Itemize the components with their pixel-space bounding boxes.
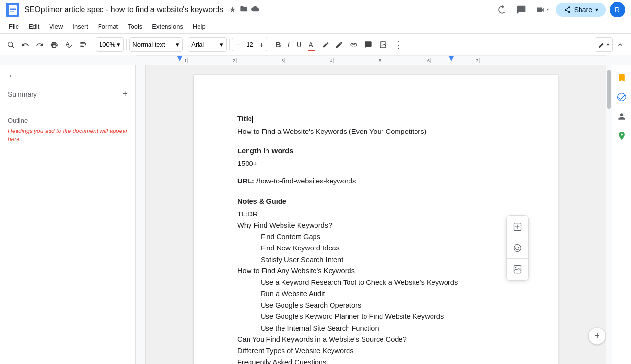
float-add-btn[interactable]	[507, 216, 528, 237]
pen-btn[interactable]	[332, 37, 346, 52]
paint-format-btn[interactable]	[77, 37, 90, 52]
menu-help[interactable]: Help	[188, 21, 211, 32]
image-btn[interactable]	[376, 37, 390, 52]
rs-map-btn[interactable]	[613, 127, 631, 145]
summary-section: Summary +	[8, 89, 128, 109]
outline-hint: Headings you add to the document will ap…	[8, 127, 128, 144]
outline-item: Use a Keyword Research Tool to Check a W…	[237, 277, 514, 288]
svg-point-5	[8, 42, 13, 46]
svg-point-28	[514, 244, 521, 251]
scrollbar-thumb[interactable]	[607, 70, 611, 109]
underline-btn[interactable]: U	[294, 37, 305, 52]
doc-notes-heading: Notes & Guide	[237, 196, 514, 207]
outline-item: Use Google's Keyword Planner to Find Web…	[237, 311, 514, 322]
search-btn[interactable]	[4, 37, 17, 52]
svg-text:1: 1	[184, 58, 187, 63]
svg-rect-1	[9, 5, 17, 15]
svg-marker-24	[449, 56, 454, 61]
separator-1	[93, 39, 93, 50]
outline-item: Satisfy User Search Intent	[237, 254, 514, 265]
rs-bookmark-btn[interactable]	[613, 69, 631, 86]
highlight-btn[interactable]	[318, 37, 332, 52]
print-btn[interactable]	[48, 37, 61, 52]
outline-item: Why Find Website Keywords?	[237, 220, 514, 231]
collapse-sidebar-btn[interactable]	[614, 37, 627, 52]
font-size-value[interactable]: 12	[243, 41, 256, 48]
float-toolbar	[506, 215, 529, 281]
svg-text:5: 5	[379, 58, 381, 63]
pen-mode-btn[interactable]: ▾	[595, 37, 613, 52]
outline-section: Outline Headings you add to the document…	[8, 117, 128, 144]
style-select[interactable]: Normal text ▾	[129, 37, 183, 52]
redo-btn[interactable]	[33, 37, 47, 52]
menu-extensions[interactable]: Extensions	[147, 21, 188, 32]
link-btn[interactable]	[347, 37, 361, 52]
menu-insert[interactable]: Insert	[67, 21, 93, 32]
docs-icon	[6, 3, 19, 17]
doc-title-value: How to Find a Website's Keywords (Even Y…	[237, 126, 514, 137]
bold-btn[interactable]: B	[273, 37, 284, 52]
outline-label: Outline	[8, 117, 128, 124]
outline-item: How to Find Any Website's Keywords	[237, 265, 514, 277]
doc-title-row: Title	[237, 114, 514, 124]
summary-label: Summary	[8, 90, 37, 98]
more-btn[interactable]: ⋮	[391, 37, 405, 52]
meet-btn[interactable]: ▾	[533, 2, 552, 17]
add-icon: +	[594, 331, 600, 342]
comment-btn[interactable]	[362, 37, 375, 52]
v-scrollbar[interactable]	[606, 65, 612, 364]
float-emoji-btn[interactable]	[507, 237, 528, 259]
italic-btn[interactable]: I	[285, 37, 293, 52]
separator-2	[126, 39, 127, 50]
doc-title-label: Title	[237, 115, 253, 123]
share-button[interactable]: Share ▾	[556, 3, 606, 17]
history-btn[interactable]	[494, 2, 510, 17]
menu-file[interactable]: File	[4, 21, 24, 32]
font-size-decrease[interactable]: −	[232, 38, 243, 51]
summary-add-btn[interactable]: +	[122, 89, 128, 99]
outline-item: Different Types of Website Keywords	[237, 346, 514, 357]
svg-rect-3	[10, 9, 16, 10]
doc-url-line: URL: /how-to-find-websites-keywords	[237, 176, 514, 186]
outline-item: Can You Find Keywords in a Website's Sou…	[237, 334, 514, 345]
menu-view[interactable]: View	[44, 21, 67, 32]
menu-tools[interactable]: Tools	[123, 21, 147, 32]
outline-item: Find New Keyword Ideas	[237, 243, 514, 254]
menu-format[interactable]: Format	[93, 21, 123, 32]
spell-check-btn[interactable]	[62, 37, 76, 52]
svg-text:4: 4	[330, 58, 332, 63]
folder-icon[interactable]	[240, 5, 248, 14]
sidebar-back-btn[interactable]: ←	[8, 71, 128, 81]
ruler-left-pad	[0, 55, 136, 65]
star-icon[interactable]: ★	[229, 5, 236, 14]
separator-5	[270, 39, 270, 50]
document-page[interactable]: Title How to Find a Website's Keywords (…	[194, 75, 558, 364]
menu-bar: File Edit View Insert Format Tools Exten…	[0, 19, 631, 34]
svg-point-30	[518, 247, 519, 248]
comments-btn[interactable]	[514, 2, 529, 17]
svg-marker-23	[177, 56, 182, 61]
svg-point-7	[382, 43, 382, 44]
font-select[interactable]: Arial ▾	[188, 37, 227, 52]
add-floating-btn[interactable]: +	[588, 327, 606, 345]
share-chevron[interactable]: ▾	[595, 6, 598, 13]
separator-3	[185, 39, 185, 50]
doc-container: Title How to Find a Website's Keywords (…	[146, 65, 606, 364]
ruler-content: 1 2 3 4 5 6 7	[136, 55, 606, 65]
float-image-btn[interactable]	[507, 259, 528, 280]
doc-length-heading: Length in Words	[237, 146, 514, 156]
text-color-btn[interactable]: A	[306, 37, 317, 52]
rs-person-btn[interactable]	[613, 108, 631, 125]
share-label: Share	[574, 6, 592, 14]
separator-4	[229, 39, 230, 50]
font-size-increase[interactable]: +	[256, 38, 267, 51]
sidebar: ← Summary + Outline Headings you add to …	[0, 65, 136, 364]
rs-check-btn[interactable]	[613, 88, 631, 106]
menu-edit[interactable]: Edit	[24, 21, 44, 32]
undo-btn[interactable]	[18, 37, 32, 52]
user-avatar[interactable]: R	[610, 2, 625, 17]
sidebar-divider	[8, 103, 128, 103]
doc-content: Title How to Find a Website's Keywords (…	[237, 114, 514, 364]
svg-rect-4	[10, 11, 14, 12]
zoom-select[interactable]: 100% ▾	[96, 37, 124, 52]
